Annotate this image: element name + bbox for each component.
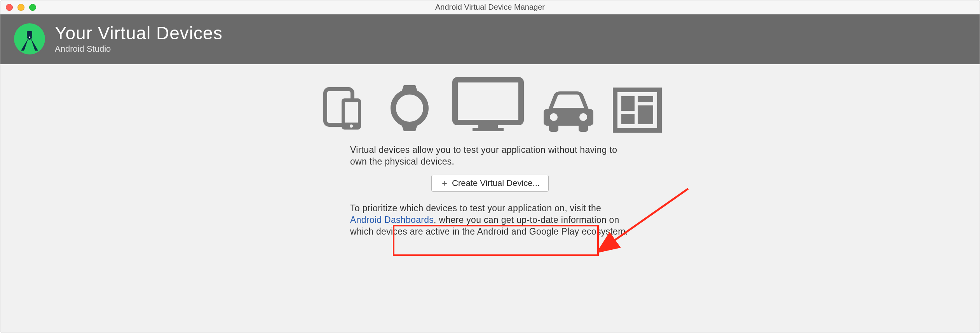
header-text: Your Virtual Devices Android Studio bbox=[55, 24, 223, 54]
svg-rect-18 bbox=[621, 114, 635, 124]
titlebar: Android Virtual Device Manager bbox=[0, 0, 980, 14]
footer-text: To prioritize which devices to test your… bbox=[350, 203, 630, 238]
svg-point-12 bbox=[550, 113, 558, 121]
zoom-window-button[interactable] bbox=[29, 4, 36, 11]
device-category-icons bbox=[0, 64, 980, 133]
window-title: Android Virtual Device Manager bbox=[0, 3, 980, 12]
svg-point-8 bbox=[393, 92, 426, 124]
close-window-button[interactable] bbox=[6, 4, 13, 11]
intro-text: Virtual devices allow you to test your a… bbox=[350, 144, 630, 168]
dashboard-icon bbox=[612, 87, 663, 133]
tv-icon bbox=[451, 75, 525, 133]
avd-manager-window: Android Virtual Device Manager Your Virt… bbox=[0, 0, 980, 333]
svg-rect-17 bbox=[638, 105, 653, 124]
svg-point-3 bbox=[29, 37, 30, 38]
android-studio-logo-icon bbox=[14, 23, 45, 55]
create-virtual-device-button[interactable]: ＋ Create Virtual Device... bbox=[431, 175, 549, 192]
svg-rect-10 bbox=[478, 124, 498, 128]
create-button-row: ＋ Create Virtual Device... bbox=[0, 175, 980, 192]
create-button-label: Create Virtual Device... bbox=[452, 178, 540, 188]
footer-pre: To prioritize which devices to test your… bbox=[350, 203, 601, 213]
svg-point-7 bbox=[350, 124, 353, 128]
car-icon bbox=[541, 87, 596, 133]
svg-rect-15 bbox=[621, 96, 635, 111]
content: Virtual devices allow you to test your a… bbox=[0, 64, 980, 333]
page-title: Your Virtual Devices bbox=[55, 24, 223, 42]
svg-rect-11 bbox=[473, 128, 504, 131]
svg-rect-6 bbox=[345, 102, 358, 123]
svg-rect-16 bbox=[638, 96, 653, 102]
svg-rect-9 bbox=[455, 80, 521, 123]
page-subtitle: Android Studio bbox=[55, 44, 223, 54]
window-controls bbox=[0, 4, 36, 11]
android-dashboards-link[interactable]: Android Dashboards bbox=[350, 215, 434, 225]
minimize-window-button[interactable] bbox=[17, 4, 24, 11]
svg-point-13 bbox=[579, 113, 587, 121]
header: Your Virtual Devices Android Studio bbox=[0, 14, 980, 64]
plus-icon: ＋ bbox=[440, 177, 449, 189]
phone-tablet-icon bbox=[317, 83, 368, 133]
watch-icon bbox=[384, 83, 435, 133]
